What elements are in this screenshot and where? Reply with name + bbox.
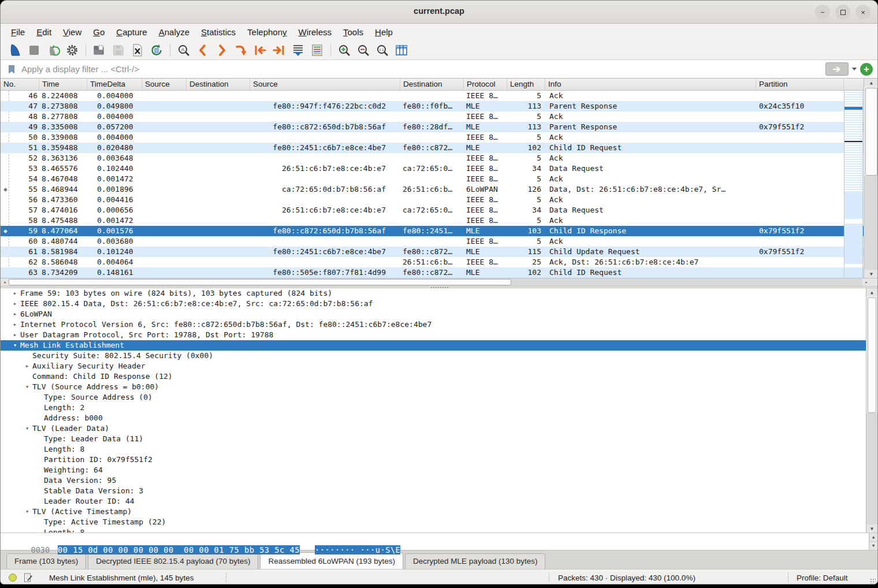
detail-line[interactable]: ▸Internet Protocol Version 6, Src: fe80:… <box>1 319 877 330</box>
expand-arrow-icon[interactable]: ▸ <box>10 330 20 340</box>
open-file-icon[interactable] <box>92 43 107 58</box>
capture-options-icon[interactable] <box>65 43 80 58</box>
packet-row[interactable]: 56 8.473360 0.004416 IEEE 8… 5 Ack <box>1 195 877 205</box>
packet-row[interactable]: 52 8.363136 0.003648 IEEE 8… 5 Ack <box>1 153 877 163</box>
expand-arrow-icon[interactable] <box>34 465 44 475</box>
expand-arrow-icon[interactable] <box>22 351 32 361</box>
minimize-button[interactable]: − <box>815 5 830 20</box>
filter-dropdown-caret[interactable] <box>852 68 857 70</box>
scroll-right-icon[interactable]: ▸ <box>862 278 870 286</box>
detail-line[interactable]: Type: Source Address (0) <box>1 392 877 403</box>
maximize-button[interactable] <box>835 5 850 20</box>
detail-scroll-thumb[interactable] <box>868 297 876 413</box>
packet-row[interactable]: 62 8.586048 0.004064 26:51:c6:b… IEEE 8…… <box>1 257 877 267</box>
zoom-in-icon[interactable] <box>337 43 352 58</box>
menu-item[interactable]: Analyze <box>153 25 195 39</box>
packet-row[interactable]: 47 8.273808 0.049800 fe80::947f:f476:22b… <box>1 101 877 111</box>
zoom-reset-icon[interactable]: 1:1 <box>375 43 390 58</box>
detail-line[interactable]: Length: 8 <box>1 527 877 533</box>
detail-line[interactable]: ▸6LoWPAN <box>1 309 877 319</box>
expand-arrow-icon[interactable]: ▸ <box>10 319 20 330</box>
column-header[interactable]: No. <box>1 79 39 90</box>
stop-capture-icon[interactable] <box>27 43 42 58</box>
column-header[interactable]: Info <box>545 79 756 90</box>
detail-line[interactable]: Partition ID: 0x79f551f2 <box>1 455 877 465</box>
hscroll-thumb[interactable] <box>9 279 511 285</box>
detail-line[interactable]: Length: 8 <box>1 444 877 455</box>
hex-bytes[interactable]: 00 15 0d 00 00 00 00 00 00 00 01 75 bb 5… <box>58 545 300 554</box>
expand-arrow-icon[interactable]: ▸ <box>10 309 20 319</box>
expand-arrow-icon[interactable] <box>34 496 44 507</box>
detail-line[interactable]: Security Suite: 802.15.4 Security (0x00) <box>1 351 877 361</box>
detail-line[interactable]: Type: Leader Data (11) <box>1 434 877 444</box>
titlebar[interactable]: current.pcap − × <box>1 1 877 24</box>
packet-row[interactable]: 51 8.359488 0.020480 fe80::2451:c6b7:e8c… <box>1 143 877 153</box>
column-header[interactable]: Protocol <box>464 79 507 90</box>
expand-arrow-icon[interactable] <box>34 392 44 403</box>
close-file-icon[interactable] <box>130 43 145 58</box>
detail-line[interactable]: Stable Data Version: 3 <box>1 486 877 496</box>
detail-line[interactable]: ▸User Datagram Protocol, Src Port: 19788… <box>1 330 877 340</box>
detail-line[interactable]: Command: Child ID Response (12) <box>1 371 877 382</box>
menu-item[interactable]: Edit <box>31 25 57 39</box>
go-back-icon[interactable] <box>195 43 210 58</box>
packet-row[interactable]: 46 8.224008 0.004000 IEEE 8… 5 Ack <box>1 91 877 101</box>
status-profile[interactable]: Profile: Default <box>797 574 848 582</box>
go-forward-icon[interactable] <box>214 43 229 58</box>
scroll-left-icon[interactable]: ◂ <box>1 278 9 286</box>
byte-source-tab[interactable]: Decrypted IEEE 802.15.4 payload (70 byte… <box>88 553 258 569</box>
find-packet-icon[interactable]: A <box>176 43 191 58</box>
expand-arrow-icon[interactable] <box>34 444 44 455</box>
detail-line[interactable]: Leader Router ID: 44 <box>1 496 877 507</box>
filter-bookmark-icon[interactable] <box>6 64 17 75</box>
expand-arrow-icon[interactable]: ▾ <box>10 340 20 351</box>
start-capture-icon[interactable] <box>8 43 23 58</box>
menu-item[interactable]: Statistics <box>195 25 241 39</box>
scroll-down-icon[interactable]: ▼ <box>869 542 877 550</box>
detail-line[interactable]: ▾TLV (Source Address = b0:00) <box>1 382 877 392</box>
detail-line[interactable]: Type: Active Timestamp (22) <box>1 517 877 527</box>
packet-row[interactable]: 63 8.734209 0.148161 fe80::505e:f807:7f8… <box>1 267 877 278</box>
detail-line[interactable]: ▸Auxiliary Security Header <box>1 361 877 371</box>
column-header[interactable]: Source <box>142 79 187 90</box>
packet-row[interactable]: 50 8.339008 0.004000 IEEE 8… 5 Ack <box>1 132 877 143</box>
byte-source-tab[interactable]: Decrypted MLE payload (130 bytes) <box>405 553 545 569</box>
expand-arrow-icon[interactable] <box>34 403 44 413</box>
expand-arrow-icon[interactable]: ▾ <box>22 382 32 392</box>
add-filter-button[interactable]: + <box>860 63 873 76</box>
menu-item[interactable]: File <box>5 25 31 39</box>
packet-row[interactable]: 57 8.474016 0.000656 26:51:c6:b7:e8:ce:4… <box>1 205 877 215</box>
packet-row[interactable]: 49 8.335008 0.057200 fe80::c872:650d:b7b… <box>1 122 877 132</box>
detail-line[interactable]: Weighting: 64 <box>1 465 877 475</box>
filter-input[interactable]: Apply a display filter ... <Ctrl-/> <box>21 64 139 74</box>
intelligent-scrollbar-minimap[interactable] <box>844 91 863 278</box>
menu-item[interactable]: Go <box>87 25 110 39</box>
go-last-packet-icon[interactable] <box>271 43 287 58</box>
menu-item[interactable]: Tools <box>337 25 369 39</box>
vscroll-thumb[interactable] <box>865 88 877 176</box>
column-header[interactable]: Destination <box>400 79 464 90</box>
zoom-out-icon[interactable] <box>356 43 371 58</box>
packet-row[interactable]: 55 8.468944 0.001896 ca:72:65:0d:b7:b8:5… <box>1 184 877 195</box>
hex-vscrollbar[interactable]: ▲ ▼ <box>869 533 877 550</box>
byte-source-tab[interactable]: Reassembled 6LoWPAN (193 bytes) <box>260 552 403 569</box>
expand-arrow-icon[interactable] <box>34 486 44 496</box>
close-button[interactable]: × <box>855 5 870 20</box>
detail-line[interactable]: ▾TLV (Leader Data) <box>1 423 877 434</box>
column-header[interactable]: Partition <box>756 79 844 90</box>
menu-item[interactable]: Wireless <box>293 25 338 39</box>
scroll-up-icon[interactable]: ▲ <box>864 79 878 87</box>
auto-scroll-icon[interactable] <box>291 43 306 58</box>
packet-list-vscrollbar[interactable]: ▲ ▼ <box>864 79 878 278</box>
packet-row[interactable]: 58 8.475488 0.001472 IEEE 8… 5 Ack <box>1 215 877 226</box>
packet-list-hscrollbar[interactable]: ◂ ▸ <box>1 278 878 286</box>
expert-info-icon[interactable] <box>9 574 17 582</box>
reload-file-icon[interactable] <box>149 43 164 58</box>
column-header[interactable]: Destination <box>187 79 250 90</box>
resize-grip[interactable] <box>870 578 876 584</box>
detail-line[interactable]: ▸Frame 59: 103 bytes on wire (824 bits),… <box>1 288 877 299</box>
expand-arrow-icon[interactable]: ▾ <box>22 423 32 434</box>
display-filter-bar[interactable]: Apply a display filter ... <Ctrl-/> + <box>1 60 877 79</box>
scroll-up-icon[interactable]: ▲ <box>866 288 877 296</box>
expand-arrow-icon[interactable]: ▸ <box>10 288 20 299</box>
